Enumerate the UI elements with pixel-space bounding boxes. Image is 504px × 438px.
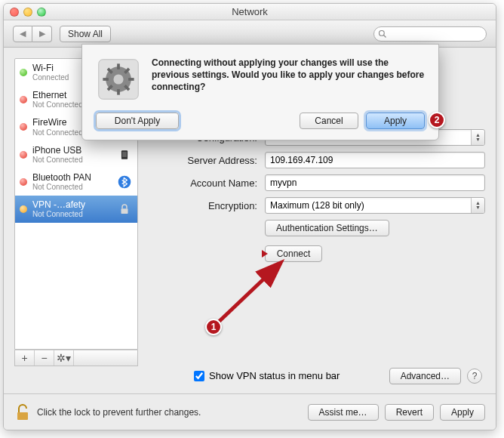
annotation-badge-2: 2 — [429, 112, 445, 128]
lock-text: Click the lock to prevent further change… — [37, 407, 201, 418]
search-icon — [378, 29, 387, 39]
status-dot-icon — [20, 178, 27, 186]
sidebar-footer: + − ✲▾ — [14, 350, 138, 366]
encryption-value: Maximum (128 bit only) — [270, 200, 364, 211]
connect-button[interactable]: Connect — [265, 245, 322, 262]
annotation-badge-1: 1 — [205, 319, 222, 335]
revert-button[interactable]: Revert — [385, 404, 434, 421]
status-dot-icon — [20, 205, 27, 213]
encryption-select[interactable]: Maximum (128 bit only) ▲▼ — [265, 197, 485, 214]
svg-rect-9 — [121, 208, 128, 214]
show-all-button[interactable]: Show All — [60, 26, 111, 42]
auth-settings-button[interactable]: Authentication Settings… — [265, 220, 389, 236]
confirm-sheet: Connecting without applying your changes… — [81, 44, 439, 140]
advanced-button[interactable]: Advanced… — [389, 368, 461, 384]
encryption-label: Encryption: — [149, 200, 257, 211]
apply-button[interactable]: Apply — [440, 404, 485, 421]
sidebar-item-iphone-usb[interactable]: iPhone USB Not Connected — [15, 141, 137, 168]
status-dot-icon — [20, 69, 27, 76]
sidebar-item-vpn[interactable]: VPN -…afety Not Connected — [15, 196, 137, 223]
show-vpn-status-label: Show VPN status in menu bar — [209, 370, 340, 381]
bottom-bar: Click the lock to prevent further change… — [4, 393, 496, 430]
annotation-triangle-icon — [262, 250, 268, 258]
unlocked-lock-icon[interactable] — [14, 403, 31, 421]
forward-button[interactable]: ▶ — [32, 26, 52, 42]
chevron-updown-icon: ▲▼ — [471, 198, 484, 213]
cancel-button[interactable]: Cancel — [300, 113, 358, 129]
sheet-apply-button[interactable]: Apply — [366, 113, 425, 129]
action-menu-button[interactable]: ✲▾ — [54, 350, 74, 366]
vpn-form: Configuration: Default ▲▼ Server Address… — [149, 129, 485, 262]
help-button[interactable]: ? — [467, 369, 482, 384]
sidebar-item-status: Not Connected — [32, 156, 111, 164]
svg-point-0 — [380, 30, 385, 35]
status-dot-icon — [20, 123, 27, 131]
server-address-input[interactable] — [265, 152, 485, 168]
sidebar-item-bluetooth[interactable]: Bluetooth PAN Not Connected — [15, 168, 137, 196]
titlebar: Network — [4, 4, 496, 20]
add-button[interactable]: + — [15, 350, 35, 366]
status-dot-icon — [20, 96, 27, 103]
sheet-message: Connecting without applying your changes… — [152, 57, 425, 102]
svg-rect-7 — [122, 152, 127, 157]
sidebar-item-label: iPhone USB — [32, 146, 111, 156]
search-input[interactable] — [373, 26, 487, 42]
status-dot-icon — [20, 151, 27, 159]
dont-apply-button[interactable]: Don't Apply — [96, 113, 179, 129]
remove-button[interactable]: − — [35, 350, 54, 366]
svg-point-13 — [113, 74, 123, 84]
iphone-icon — [116, 147, 133, 163]
chevron-updown-icon: ▲▼ — [471, 130, 484, 145]
sidebar-item-label: VPN -…afety — [32, 200, 111, 210]
assist-me-button[interactable]: Assist me… — [308, 404, 379, 421]
search-field-wrap — [373, 26, 487, 42]
sidebar-item-label: Bluetooth PAN — [32, 173, 111, 183]
nav-buttons: ◀ ▶ — [13, 26, 52, 42]
account-name-input[interactable] — [265, 174, 485, 191]
account-name-label: Account Name: — [149, 177, 257, 189]
sidebar-item-status: Not Connected — [32, 183, 111, 191]
prefs-gear-icon — [96, 57, 141, 102]
server-address-label: Server Address: — [149, 155, 257, 166]
window-title: Network — [4, 6, 496, 17]
svg-line-1 — [384, 35, 386, 37]
sidebar-item-status: Not Connected — [32, 210, 111, 218]
back-button[interactable]: ◀ — [13, 26, 32, 42]
show-vpn-status-checkbox[interactable] — [194, 371, 204, 381]
svg-rect-10 — [17, 412, 28, 420]
lock-icon — [116, 201, 133, 217]
bluetooth-icon — [116, 174, 133, 190]
